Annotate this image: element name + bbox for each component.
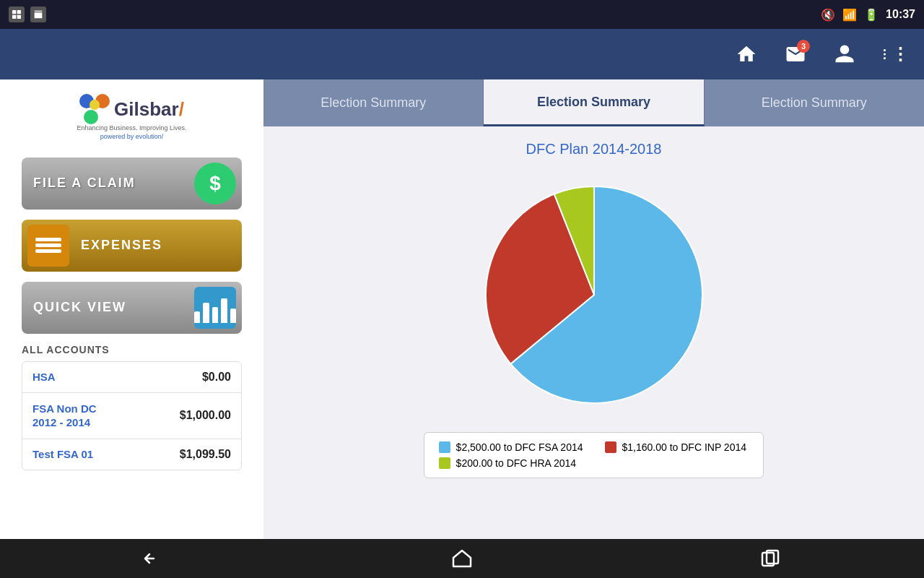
accounts-list: HSA $0.00 FSA Non DC 2012 - 2014 $1,000.… xyxy=(22,361,242,470)
bottom-nav xyxy=(0,539,924,578)
account-row-fsa[interactable]: FSA Non DC 2012 - 2014 $1,000.00 xyxy=(22,393,241,439)
tabs-bar: Election Summary Election Summary Electi… xyxy=(263,79,924,126)
home-nav-button[interactable] xyxy=(448,548,476,569)
company-name: Gilsbar/ xyxy=(114,98,184,121)
status-bar: 🔇 📶 🔋 10:37 xyxy=(0,0,924,29)
svg-point-4 xyxy=(884,49,886,51)
more-menu-button[interactable]: ⋮ xyxy=(878,38,910,70)
file-claim-button[interactable]: FILE A CLAIM $ xyxy=(22,158,242,210)
svg-rect-0 xyxy=(12,10,16,14)
expenses-label: EXPENSES xyxy=(81,238,162,253)
wifi-icon: 📶 xyxy=(842,8,857,22)
account-name-hsa: HSA xyxy=(32,371,56,383)
svg-point-5 xyxy=(884,53,886,55)
dollar-icon: $ xyxy=(194,163,236,204)
legend-label-green: $200.00 to DFC HRA 2014 xyxy=(456,457,577,469)
account-amount-hsa: $0.00 xyxy=(202,371,231,384)
account-name-test-fsa: Test FSA 01 xyxy=(32,448,93,460)
legend-color-red xyxy=(605,441,616,453)
svg-point-6 xyxy=(884,57,886,59)
file-claim-label: FILE A CLAIM xyxy=(33,176,194,191)
chart-area: DFC Plan 2014-2018 $2,500.00 to DFC FSA … xyxy=(263,126,924,539)
expenses-button[interactable]: EXPENSES xyxy=(22,220,242,272)
legend-item-blue: $2,500.00 to DFC FSA 2014 xyxy=(439,441,583,453)
account-row-test-fsa[interactable]: Test FSA 01 $1,099.50 xyxy=(22,439,241,470)
account-amount-test-fsa: $1,099.50 xyxy=(180,448,231,461)
svg-rect-3 xyxy=(17,15,21,19)
account-row-hsa[interactable]: HSA $0.00 xyxy=(22,362,241,393)
mute-icon: 🔇 xyxy=(821,8,835,22)
legend-color-green xyxy=(439,457,450,469)
recent-apps-button[interactable] xyxy=(756,548,785,569)
quick-view-button[interactable]: QUICK VIEW xyxy=(22,282,242,334)
message-badge: 3 xyxy=(797,40,810,53)
notification-icon xyxy=(9,7,25,22)
svg-rect-1 xyxy=(17,10,21,14)
back-button[interactable] xyxy=(139,548,168,569)
tab-election-summary-3[interactable]: Election Summary xyxy=(705,79,924,126)
pie-chart-svg xyxy=(471,172,717,418)
battery-icon: 🔋 xyxy=(864,8,879,22)
legend-item-red: $1,160.00 to DFC INP 2014 xyxy=(605,441,749,453)
logo-area: Gilsbar/ Enhancing Business. Improving L… xyxy=(77,94,186,140)
sidebar: Gilsbar/ Enhancing Business. Improving L… xyxy=(0,79,263,539)
content-area: Election Summary Election Summary Electi… xyxy=(263,79,924,539)
chart-title: DFC Plan 2014-2018 xyxy=(526,141,662,158)
profile-button[interactable] xyxy=(829,38,860,70)
nav-bar: 3 ⋮ xyxy=(0,29,924,79)
store-icon xyxy=(30,7,46,22)
legend-item-green: $200.00 to DFC HRA 2014 xyxy=(439,457,583,469)
account-name-fsa: FSA Non DC 2012 - 2014 xyxy=(32,402,97,430)
logo-tagline2: powered by evolution/ xyxy=(100,133,164,140)
quick-view-label: QUICK VIEW xyxy=(33,300,194,315)
account-amount-fsa: $1,000.00 xyxy=(180,409,231,422)
logo-tagline1: Enhancing Business. Improving Lives. xyxy=(77,124,186,133)
home-button[interactable] xyxy=(731,38,762,70)
svg-rect-2 xyxy=(12,15,16,19)
bar-chart-icon xyxy=(194,287,236,329)
expenses-icon xyxy=(27,225,69,267)
tab-election-summary-1[interactable]: Election Summary xyxy=(263,79,484,126)
all-accounts-label: ALL ACCOUNTS xyxy=(22,344,110,355)
tab-election-summary-2[interactable]: Election Summary xyxy=(484,79,704,126)
legend-label-blue: $2,500.00 to DFC FSA 2014 xyxy=(456,441,583,453)
legend-color-blue xyxy=(439,441,450,453)
pie-chart xyxy=(471,172,717,418)
clock: 10:37 xyxy=(886,8,915,21)
chart-legend: $2,500.00 to DFC FSA 2014 $1,160.00 to D… xyxy=(424,432,764,478)
legend-label-red: $1,160.00 to DFC INP 2014 xyxy=(622,441,747,453)
messages-button[interactable]: 3 xyxy=(780,38,811,70)
main-layout: Gilsbar/ Enhancing Business. Improving L… xyxy=(0,79,924,539)
